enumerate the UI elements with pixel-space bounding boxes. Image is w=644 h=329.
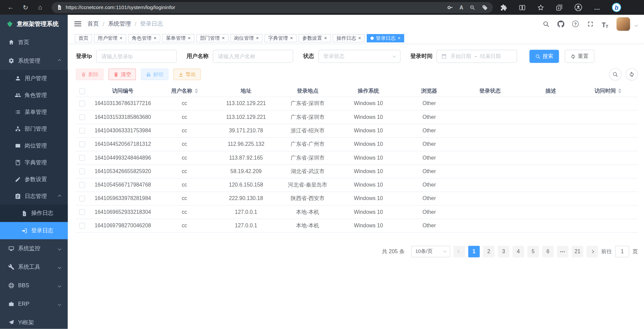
page-button-5[interactable]: 5 [527,245,539,257]
page-button-6[interactable]: 6 [542,245,553,257]
sidebar-item-menu-mgmt[interactable]: 菜单管理 [0,104,68,121]
table-row[interactable]: 1641044993248464896 cc 113.87.92.165 广东省… [76,151,638,164]
close-icon[interactable]: × [290,36,293,41]
export-button[interactable]: 导出 [173,69,201,80]
tab-login-log[interactable]: 登录日志× [367,34,404,42]
page-size-select[interactable]: 10条/页 [411,245,450,257]
row-checkbox[interactable] [79,101,85,106]
next-page-button[interactable] [586,245,598,257]
collections-icon[interactable] [556,4,563,11]
row-checkbox[interactable] [79,114,85,120]
unlock-button[interactable]: 解锁 [141,69,169,80]
sort-caret-icon[interactable] [194,88,198,93]
tab-dept-mgmt[interactable]: 部门管理× [196,34,228,42]
delete-button[interactable]: 删除 [76,69,104,80]
read-aloud-icon[interactable]: A [459,4,463,10]
sidebar-item-dept-mgmt[interactable]: 部门管理 [0,121,68,137]
github-icon[interactable] [556,19,566,29]
username-input[interactable] [213,50,293,63]
col-header-time[interactable]: 访问时间 [578,85,638,97]
row-checkbox[interactable] [79,169,85,174]
table-row[interactable]: 1641054566717984768 cc 120.6.150.158 河北省… [76,178,638,192]
table-row[interactable]: 1641031367863177216 cc 113.102.129.221 广… [76,97,638,110]
row-checkbox[interactable] [79,155,85,161]
refresh-table-button[interactable] [625,68,638,81]
sidebar-item-yi-framework[interactable]: Yi框架 [0,313,68,329]
font-size-icon[interactable]: TT [600,19,610,29]
sidebar-item-system-mgmt[interactable]: 系统管理 [0,52,68,70]
table-row[interactable]: 1641044520567181312 cc 112.96.225.132 广东… [76,137,638,151]
close-icon[interactable]: × [358,36,361,41]
reset-button[interactable]: 重置 [565,50,594,63]
hamburger-icon[interactable] [74,20,81,28]
close-icon[interactable]: × [119,36,122,41]
status-select[interactable]: 登录状态 [318,50,400,63]
row-checkbox[interactable] [79,223,85,229]
close-icon[interactable]: × [324,36,327,41]
close-icon[interactable]: × [188,36,191,41]
header-search-icon[interactable] [541,19,551,29]
table-row[interactable]: 1641043063331753984 cc 39.171.210.78 浙江省… [76,124,638,137]
row-checkbox[interactable] [79,196,85,201]
user-avatar[interactable] [616,17,630,31]
address-bar[interactable]: https://ccnetcore.com:1101/system/log/lo… [52,2,493,13]
shopping-tag-icon[interactable] [482,4,488,10]
page-button-3[interactable]: 3 [498,245,509,257]
page-button-4[interactable]: 4 [512,245,524,257]
tab-post-mgmt[interactable]: 岗位管理× [230,34,262,42]
row-checkbox[interactable] [79,128,85,134]
sidebar-item-role-mgmt[interactable]: 角色管理 [0,87,68,104]
more-icon[interactable]: … [594,4,601,11]
sidebar-item-monitor[interactable]: 系统监控 [0,239,68,258]
tab-param-settings[interactable]: 参数设置× [299,34,331,42]
zoom-out-icon[interactable] [469,4,475,10]
toggle-search-button[interactable] [609,68,621,81]
fullscreen-icon[interactable] [585,19,595,29]
tab-menu-mgmt[interactable]: 菜单管理× [162,34,194,42]
select-all-checkbox[interactable] [79,88,85,94]
sort-caret-icon[interactable] [618,88,621,93]
sidebar-item-home[interactable]: 首页 [0,33,68,52]
prev-page-button[interactable] [454,245,465,257]
more-pages-button[interactable]: ••• [557,245,568,257]
sidebar-item-operation-log[interactable]: 操作日志 [0,205,68,222]
close-icon[interactable]: × [398,36,401,41]
breadcrumb-home[interactable]: 首页 [87,20,99,28]
profile-icon[interactable] [574,3,582,11]
table-row[interactable]: 1641069798270046208 cc 127.0.0.1 本地-本机 W… [76,219,638,232]
sidebar-item-log-mgmt[interactable]: 日志管理 [0,188,68,205]
close-icon[interactable]: × [222,36,225,41]
col-header-user[interactable]: 用户名称 [157,85,212,97]
page-button-1[interactable]: 1 [468,245,480,257]
clear-button[interactable]: 清空 [108,69,136,80]
date-range-picker[interactable]: 开始日期 - 结束日期 [437,50,517,63]
bing-icon[interactable]: b [612,3,621,12]
tab-home[interactable]: 首页 [75,34,92,42]
search-button[interactable]: 搜索 [529,50,559,63]
page-button-2[interactable]: 2 [483,245,495,257]
sidebar-item-bbs[interactable]: BBS [0,276,68,295]
close-icon[interactable]: × [154,36,157,41]
sidebar-item-post-mgmt[interactable]: 岗位管理 [0,137,68,154]
login-ip-input[interactable] [96,50,177,63]
breadcrumb-system-mgmt[interactable]: 系统管理 [108,20,131,28]
back-icon[interactable]: ← [5,2,16,13]
help-icon[interactable]: ? [571,19,580,29]
row-checkbox[interactable] [79,182,85,188]
tab-role-mgmt[interactable]: 角色管理× [128,34,160,42]
browser-home-icon[interactable]: ⌂ [35,2,46,13]
tab-operation-log[interactable]: 操作日志× [333,34,365,42]
page-button-21[interactable]: 21 [572,245,583,257]
chevron-down-icon[interactable] [635,23,638,27]
url-text[interactable]: https://ccnetcore.com:1101/system/log/lo… [66,4,441,10]
tab-dict-mgmt[interactable]: 字典管理× [264,34,296,42]
sidebar-item-dict-mgmt[interactable]: 字典管理 [0,154,68,171]
split-screen-icon[interactable] [519,4,526,11]
extensions-icon[interactable] [500,4,507,11]
reload-icon[interactable]: ↻ [20,2,31,13]
sidebar-item-erp[interactable]: ERP [0,295,68,313]
table-row[interactable]: 1641059633978281984 cc 222.90.130.18 陕西省… [76,192,638,205]
key-icon[interactable] [447,4,453,10]
close-icon[interactable]: × [256,36,259,41]
table-row[interactable]: 1641069652933218304 cc 127.0.0.1 本地-本机 W… [76,205,638,219]
